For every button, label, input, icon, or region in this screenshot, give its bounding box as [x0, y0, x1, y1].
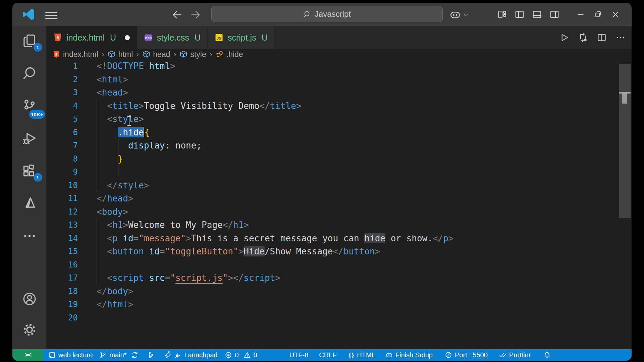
namespace-cube-icon: [142, 50, 150, 58]
code-line[interactable]: 13 <h1>Welcome to My Page</h1>: [46, 219, 632, 232]
encoding-status[interactable]: UTF-8: [289, 351, 309, 359]
code-line[interactable]: 17 <script src="script.js"></script>: [46, 272, 632, 285]
code-line[interactable]: 18</body>: [46, 285, 632, 298]
problems-status[interactable]: 0 0: [225, 351, 257, 359]
extensions-badge: 1: [34, 173, 42, 182]
breadcrumb-separator: ›: [173, 50, 176, 59]
tab-style-css[interactable]: CSS style.css U: [137, 26, 208, 49]
copilot-status[interactable]: Finish Setup: [385, 351, 433, 359]
code-line[interactable]: 9: [46, 166, 632, 179]
titlebar: Javascript: [12, 3, 632, 26]
close-icon[interactable]: [607, 6, 624, 23]
breadcrumb-separator: ›: [210, 50, 212, 59]
breadcrumb-item-head[interactable]: head: [142, 50, 170, 59]
line-number: 17: [46, 272, 78, 285]
sidebar-item-run-debug[interactable]: [19, 131, 40, 164]
sidebar-item-extensions[interactable]: 1: [19, 164, 40, 196]
svg-text:CSS: CSS: [145, 36, 152, 40]
line-number: 7: [46, 139, 78, 153]
compare-changes-icon[interactable]: [578, 33, 588, 43]
git-branch-icon: [99, 351, 107, 359]
code-line[interactable]: 14 <p id="message">This is a secret mess…: [46, 232, 632, 245]
split-editor-icon[interactable]: [597, 33, 607, 43]
restore-button[interactable]: [589, 6, 607, 23]
code-line[interactable]: 5 <style>: [46, 113, 632, 126]
sync-button[interactable]: [131, 351, 139, 359]
line-number: 18: [46, 285, 78, 298]
code-line[interactable]: 2<html>: [46, 73, 632, 86]
scrollbar-thumb[interactable]: [619, 64, 631, 218]
launchpad-button[interactable]: Launchpad: [164, 351, 217, 359]
settings-button[interactable]: [19, 322, 40, 349]
tab-label: script.js: [228, 33, 256, 43]
run-button[interactable]: [559, 33, 569, 43]
more-actions-icon[interactable]: [615, 33, 626, 43]
breadcrumb-item-file[interactable]: 5 index.html: [52, 50, 98, 59]
live-server-port-status[interactable]: Port : 5500: [445, 351, 488, 359]
customize-layout-icon[interactable]: [497, 9, 507, 19]
toggle-panel-icon[interactable]: [532, 9, 542, 19]
code-line[interactable]: 3<head>: [46, 86, 632, 100]
vscode-logo-icon: [22, 8, 35, 21]
svg-text:5: 5: [55, 53, 57, 57]
tab-script-js[interactable]: JS script.js U: [208, 26, 275, 49]
html-file-icon: 5: [52, 50, 60, 58]
unsaved-dot-icon[interactable]: [125, 35, 130, 40]
copilot-icon: [449, 9, 461, 20]
command-center-search[interactable]: Javascript: [211, 6, 443, 22]
namespace-cube-icon: [108, 50, 116, 58]
formatter-status[interactable]: Prettier: [499, 351, 531, 359]
breadcrumb-item-html[interactable]: html: [108, 50, 133, 59]
workspace-status[interactable]: web lecture: [48, 351, 93, 359]
eol-status[interactable]: CRLF: [319, 351, 336, 359]
double-check-icon: [499, 351, 506, 359]
code-line[interactable]: 8 }: [46, 153, 632, 166]
source-control-graph-button[interactable]: [147, 351, 155, 359]
sidebar-item-search[interactable]: [19, 66, 40, 99]
code-line[interactable]: 12<body>: [46, 205, 632, 219]
breadcrumb-item-hide-class[interactable]: .hide: [216, 50, 243, 59]
overview-ruler-marker: [622, 94, 627, 104]
forward-arrow-icon[interactable]: [190, 9, 201, 20]
code-line[interactable]: 15 <button id="toggleButton">Hide/Show M…: [46, 245, 632, 258]
tab-label: style.css: [157, 33, 189, 43]
breadcrumb-item-style[interactable]: style: [179, 50, 206, 59]
code-line[interactable]: 7 display: none;: [46, 139, 632, 153]
code-line[interactable]: 20: [46, 311, 632, 325]
hamburger-menu-icon[interactable]: [45, 10, 57, 19]
accounts-button[interactable]: [19, 292, 40, 322]
more-views-button[interactable]: [19, 229, 40, 255]
line-number: 15: [46, 245, 78, 258]
git-status-badge: U: [262, 33, 268, 43]
language-mode-status[interactable]: {} HTML: [349, 351, 375, 359]
copilot-menu[interactable]: [449, 9, 469, 20]
code-line[interactable]: 19</html>: [46, 298, 632, 311]
sidebar-item-explorer[interactable]: 1: [19, 34, 40, 66]
git-branch-status[interactable]: main*: [99, 351, 126, 359]
code-line[interactable]: 1<!DOCTYPE html>: [46, 60, 632, 73]
line-number: 13: [46, 219, 78, 232]
back-arrow-icon[interactable]: [171, 9, 183, 20]
toggle-primary-sidebar-icon[interactable]: [515, 9, 525, 19]
code-line[interactable]: 11</head>: [46, 192, 632, 205]
sidebar-item-source-control[interactable]: 10K+: [19, 99, 40, 131]
breadcrumb: 5 index.html › html › head › style: [46, 49, 632, 60]
remote-indicator[interactable]: ><: [12, 349, 43, 361]
code-line[interactable]: 4 <title>Toggle Visibility Demo</title>: [46, 100, 632, 113]
sidebar-item-prism-extension[interactable]: [19, 196, 40, 229]
notifications-button[interactable]: [543, 351, 551, 359]
code-editor[interactable]: 1<!DOCTYPE html>2<html>3<head>4 <title>T…: [46, 60, 632, 349]
code-line[interactable]: 10 </style>: [46, 179, 632, 192]
git-graph-icon: [147, 351, 155, 359]
tab-index-html[interactable]: 5 index.html U: [46, 26, 137, 49]
line-number: 3: [46, 86, 78, 100]
line-number: 16: [46, 258, 78, 272]
line-number: 5: [46, 113, 78, 126]
tab-bar: 5 index.html U CSS style.css U JS script…: [46, 26, 632, 49]
code-line[interactable]: 6 .hide{: [46, 126, 632, 139]
minimize-button[interactable]: [572, 6, 589, 23]
line-number: 20: [46, 311, 78, 325]
breadcrumb-separator: ›: [102, 50, 104, 59]
code-line[interactable]: 16: [46, 258, 632, 272]
toggle-secondary-sidebar-icon[interactable]: [549, 9, 559, 19]
